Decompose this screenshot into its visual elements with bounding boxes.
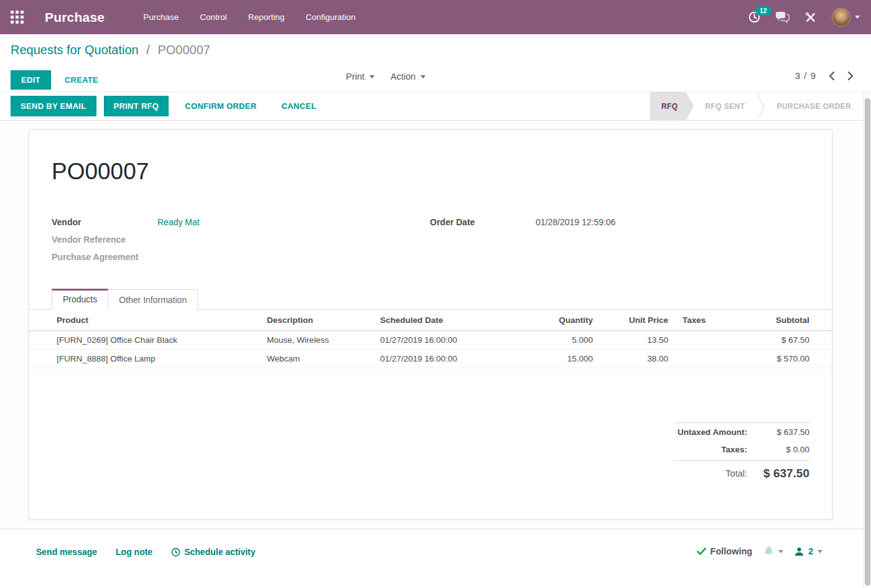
col-header-scheduled-date: Scheduled Date (380, 310, 523, 331)
messages-icon[interactable] (775, 11, 789, 23)
field-order-date: Order Date 01/28/2019 12:59:06 (430, 213, 803, 231)
document-sheet: PO00007 Vendor Ready Mat Vendor Referenc… (29, 129, 832, 520)
untaxed-amount-value: $ 637.50 (756, 427, 809, 437)
pager-next-icon[interactable] (847, 71, 854, 81)
breadcrumb: Requests for Quotation / PO00007 (11, 43, 210, 57)
navbar-right-controls: 12 (748, 8, 871, 27)
following-label: Following (710, 546, 753, 556)
field-vendor-reference: Vendor Reference (52, 231, 400, 248)
cell-scheduled-date: 01/27/2019 16:00:00 (380, 331, 523, 350)
record-dropdowns: Print Action (346, 72, 426, 82)
breadcrumb-parent-link[interactable]: Requests for Quotation (11, 43, 139, 57)
menu-item-purchase[interactable]: Purchase (143, 12, 179, 22)
cell-quantity: 15.000 (523, 350, 593, 368)
pager-previous-icon[interactable] (829, 71, 835, 81)
col-header-quantity: Quantity (523, 310, 593, 331)
order-date-label: Order Date (430, 217, 536, 227)
person-icon (794, 547, 804, 556)
print-rfq-button[interactable]: PRINT RFQ (104, 96, 169, 116)
menu-item-reporting[interactable]: Reporting (248, 12, 285, 22)
table-row[interactable]: [FURN_8888] Office Lamp Webcam 01/27/201… (29, 350, 832, 368)
page: Purchase Purchase Control Reporting Conf… (0, 0, 871, 588)
tab-products[interactable]: Products (52, 289, 108, 310)
tab-other-information[interactable]: Other Information (108, 289, 198, 310)
record-action-buttons: EDIT CREATE (11, 70, 98, 90)
stage-rfq-sent[interactable]: RFQ SENT (694, 92, 757, 120)
stage-rfq[interactable]: RFQ (650, 92, 694, 120)
chatter-right-controls: Following 2 (697, 546, 822, 557)
send-by-email-button[interactable]: SEND BY EMAIL (11, 96, 96, 116)
cell-description: Mouse, Wireless (267, 331, 380, 350)
app-brand-title[interactable]: Purchase (45, 10, 105, 25)
document-title: PO00007 (52, 159, 149, 185)
chevron-down-icon (421, 75, 426, 78)
field-group-right: Order Date 01/28/2019 12:59:06 (430, 213, 803, 231)
taxes-row: Taxes: $ 0.00 (674, 441, 809, 459)
order-lines-table: Product Description Scheduled Date Quant… (29, 310, 832, 368)
cell-taxes (668, 350, 738, 368)
total-label: Total: (674, 469, 756, 478)
action-dropdown[interactable]: Action (391, 72, 426, 82)
table-header-row: Product Description Scheduled Date Quant… (29, 310, 832, 331)
record-pager: 3 / 9 (795, 70, 854, 81)
chevron-down-icon (778, 550, 783, 553)
user-avatar (832, 8, 850, 27)
chevron-down-icon (370, 75, 375, 78)
apps-grid-icon[interactable] (11, 11, 24, 24)
print-dropdown-label: Print (346, 72, 365, 82)
col-header-unit-price: Unit Price (593, 310, 668, 331)
vendor-value-link[interactable]: Ready Mat (157, 217, 200, 227)
check-icon (697, 548, 706, 555)
field-group-left: Vendor Ready Mat Vendor Reference Purcha… (52, 213, 400, 266)
main-menu: Purchase Control Reporting Configuration (143, 12, 355, 22)
tools-icon[interactable] (804, 11, 817, 24)
untaxed-amount-label: Untaxed Amount: (674, 427, 756, 437)
send-message-button[interactable]: Send message (36, 547, 97, 557)
cell-product: [FURN_0269] Office Chair Black (29, 331, 267, 350)
chatter: Send message Log note Schedule activity … (0, 530, 871, 588)
breadcrumb-separator: / (146, 43, 150, 57)
pager-count[interactable]: 3 / 9 (795, 70, 816, 81)
cell-description: Webcam (267, 350, 380, 368)
log-note-button[interactable]: Log note (116, 547, 152, 557)
vertical-scrollbar-thumb[interactable] (865, 98, 870, 586)
stage-purchase-order[interactable]: PURCHASE ORDER (765, 92, 862, 120)
menu-item-configuration[interactable]: Configuration (305, 12, 355, 22)
breadcrumb-current: PO00007 (157, 43, 210, 57)
user-menu[interactable] (832, 8, 860, 27)
following-toggle[interactable]: Following (697, 546, 753, 556)
vendor-reference-label: Vendor Reference (52, 235, 157, 245)
col-header-subtotal: Subtotal (738, 310, 832, 331)
vertical-scrollbar-track[interactable] (863, 92, 871, 588)
table-row[interactable]: [FURN_0269] Office Chair Black Mouse, Wi… (29, 331, 832, 350)
col-header-taxes: Taxes (668, 310, 738, 331)
confirm-order-button[interactable]: CONFIRM ORDER (176, 97, 265, 115)
cell-scheduled-date: 01/27/2019 16:00:00 (380, 350, 523, 368)
menu-item-control[interactable]: Control (200, 12, 227, 22)
activity-count-badge: 12 (755, 6, 771, 16)
edit-button[interactable]: EDIT (11, 70, 51, 90)
stage-separator-icon (756, 92, 765, 120)
cell-unit-price: 38.00 (593, 350, 668, 368)
notebook-tabs: Products Other Information (29, 288, 832, 310)
cell-unit-price: 13.50 (593, 331, 668, 350)
total-row: Total: $ 637.50 (674, 460, 809, 485)
col-header-product: Product (29, 310, 267, 331)
purchase-agreement-label: Purchase Agreement (52, 252, 157, 262)
print-dropdown[interactable]: Print (346, 72, 375, 82)
workflow-buttons: SEND BY EMAIL PRINT RFQ CONFIRM ORDER CA… (0, 96, 325, 116)
followers-count: 2 (808, 546, 813, 556)
subscription-dropdown[interactable] (763, 546, 783, 557)
create-button[interactable]: CREATE (65, 75, 98, 85)
cancel-button[interactable]: CANCEL (272, 97, 325, 115)
vendor-label: Vendor (52, 217, 157, 227)
order-date-value: 01/28/2019 12:59:06 (536, 217, 615, 227)
cell-subtotal: $ 570.00 (738, 350, 832, 368)
followers-dropdown[interactable]: 2 (794, 546, 822, 556)
cell-subtotal: $ 67.50 (738, 331, 832, 350)
chevron-down-icon (855, 16, 860, 19)
schedule-activity-button[interactable]: Schedule activity (171, 547, 255, 557)
total-value: $ 637.50 (756, 467, 809, 480)
cell-quantity: 5.000 (523, 331, 593, 350)
activity-clock-icon[interactable]: 12 (748, 11, 760, 23)
